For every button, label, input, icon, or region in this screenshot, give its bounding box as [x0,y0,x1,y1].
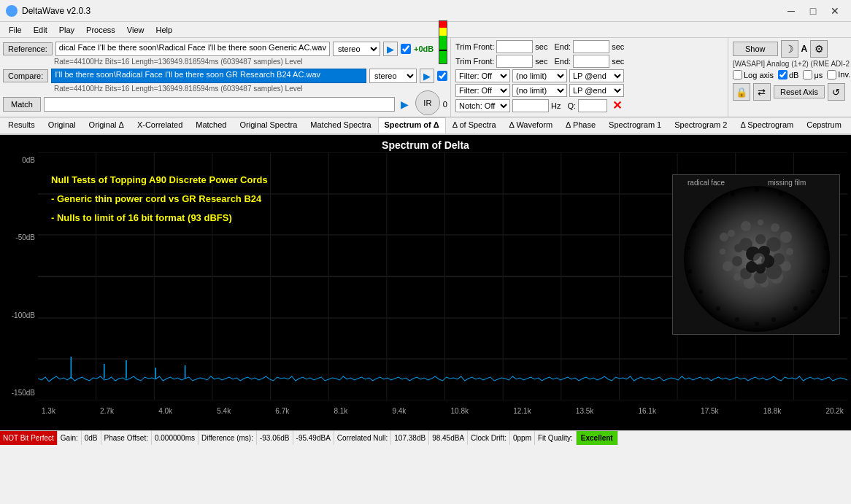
svg-point-60 [720,233,728,241]
trim-end2-input[interactable]: 0 [573,55,609,68]
annotation-line1: Null Tests of Topping A90 Discrete Power… [51,171,268,190]
tab-delta-phase[interactable]: Δ Phase [559,117,602,133]
phase-value: 0.000000ms [152,431,199,445]
match-button[interactable]: Match [3,97,41,112]
compare-checkbox[interactable] [437,71,447,81]
inv-option[interactable]: Inv. ◎ [827,70,851,80]
annotation-line2: - Generic thin power cord vs GR Research… [51,190,268,209]
gain-label: Gain: [58,431,82,445]
filter2-type[interactable]: Filter: Off [455,84,510,97]
tab-cepstrum[interactable]: Cepstrum [800,117,848,133]
filter2-end[interactable]: LP @end [569,84,624,97]
notch-q-label: Q: [567,101,576,110]
tab-original-delta[interactable]: Original Δ [82,117,131,133]
tab-delta-spectrogram[interactable]: Δ Spectrogram [733,117,800,133]
compare-format[interactable]: stereo [369,69,417,83]
ir-button[interactable]: IR [415,90,440,115]
reference-label[interactable]: Reference: [3,42,53,55]
us-checkbox[interactable] [803,70,812,80]
notch-clear-button[interactable]: ✕ [612,98,622,112]
notch-q-input[interactable]: 10 [578,99,607,112]
svg-text:missing film: missing film [768,179,806,187]
album-art: radical face missing film [672,174,840,335]
x-label-9: 12.1k [513,407,531,415]
svg-point-69 [734,244,743,252]
menu-view[interactable]: View [121,24,150,36]
svg-point-35 [771,317,776,322]
db-checkbox[interactable] [778,70,788,80]
reference-file[interactable]: dical Face I'll be there soon\Radical Fa… [55,42,330,56]
tab-results[interactable]: Results [1,117,42,133]
compare-play-button[interactable]: ▶ [420,69,434,83]
svg-point-41 [685,246,690,250]
fit-quality-value: Excellent [577,431,618,445]
compare-label[interactable]: Compare: [3,69,48,82]
reset-axis-button[interactable]: Reset Axis [774,85,825,98]
maximize-button[interactable]: □ [803,4,823,18]
log-axis-option[interactable]: Log axis [733,70,774,80]
notch-hz-label: Hz [551,101,561,110]
tab-spectrum-delta[interactable]: Spectrum of Δ [378,117,446,135]
refresh-icon[interactable]: ↺ [828,83,845,101]
tab-matched-spectra[interactable]: Matched Spectra [304,117,377,133]
tab-xcorrelated[interactable]: X-Correlated [131,117,189,133]
db-label: +0dB [414,44,436,53]
reference-play-button[interactable]: ▶ [383,42,398,56]
svg-point-42 [693,224,697,228]
tab-spectrogram2[interactable]: Spectrogram 2 [668,117,733,133]
inv-checkbox[interactable] [827,70,836,80]
filter1-end[interactable]: LP @end [569,69,624,82]
compare-file[interactable]: I'll be there soon\Radical Face I'll be … [51,69,366,83]
chart-annotation: Null Tests of Topping A90 Discrete Power… [51,171,268,228]
x-label-10: 13.5k [576,407,593,415]
notch-hz-input[interactable]: 0 [512,99,549,112]
trim-front2-input[interactable]: 0 [496,55,533,68]
db-option[interactable]: dB [778,70,798,80]
minimize-button[interactable]: ─ [781,4,801,18]
match-input[interactable] [44,97,395,112]
fit-quality-label: Fit Quality: [535,431,577,445]
x-label-7: 9.4k [392,407,406,415]
filter1-type[interactable]: Filter: Off [455,69,510,82]
tab-original-spectra[interactable]: Original Spectra [233,117,304,133]
dba-value: -95.49dBA [293,431,334,445]
menu-file[interactable]: File [3,24,28,36]
log-axis-checkbox[interactable] [733,70,742,80]
menu-edit[interactable]: Edit [28,24,53,36]
close-button[interactable]: ✕ [825,4,845,18]
window-controls: ─ □ ✕ [781,4,845,18]
settings-icon[interactable]: ⚙ [810,40,828,58]
menu-process[interactable]: Process [80,24,121,36]
sync-icon[interactable]: ⇄ [753,83,771,101]
x-label-3: 4.0k [158,407,172,415]
match-play-button[interactable]: ▶ [398,97,412,112]
show-button[interactable]: Show [733,42,778,56]
y-label-0db: 0dB [0,156,35,164]
menu-play[interactable]: Play [53,24,80,36]
us-option[interactable]: μs [803,70,823,80]
menu-help[interactable]: Help [150,24,179,36]
tab-delta-spectra[interactable]: Δ of Spectra [446,117,503,133]
reference-checkbox[interactable] [401,44,411,54]
y-label-50db: -50dB [0,233,35,241]
correlated-null-label: Correlated Null: [334,431,391,445]
theme-toggle[interactable]: ☽ [781,40,798,58]
trim-front-input[interactable]: 0 [496,40,533,53]
annotation-line3: - Nulls to limit of 16 bit format (93 dB… [51,209,268,228]
lock-icon[interactable]: 🔒 [733,83,750,101]
reference-format[interactable]: stereo [333,42,380,56]
filter1-limit[interactable]: (no limit) [512,69,567,82]
tab-lissajous[interactable]: Lissajous [848,117,851,133]
trim-front2-row: Trim Front: 0 sec End: 0 sec [455,55,723,68]
tab-delta-waveform[interactable]: Δ Waveform [503,117,560,133]
tab-original[interactable]: Original [42,117,82,133]
trim-end-input[interactable]: 0 [573,40,609,53]
notch-type[interactable]: Notch: Off [455,99,510,112]
trim-front-sec: sec [535,42,547,51]
filter2-limit[interactable]: (no limit) [512,84,567,97]
chart-title: Spectrum of Delta [0,135,851,152]
svg-point-47 [728,230,735,237]
x-label-13: 18.8k [763,407,781,415]
tab-matched[interactable]: Matched [189,117,233,133]
tab-spectrogram1[interactable]: Spectrogram 1 [602,117,668,133]
